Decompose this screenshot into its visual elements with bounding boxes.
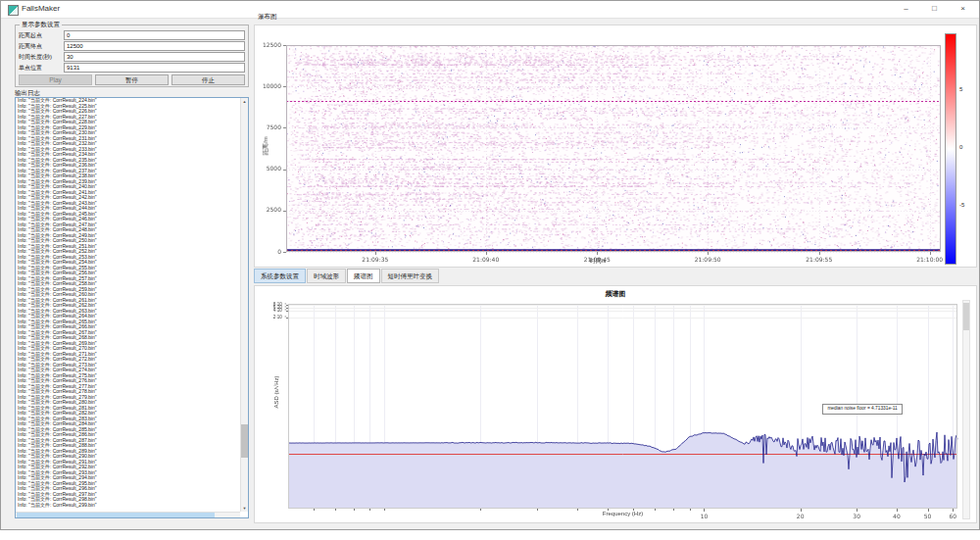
waterfall-x-axis-label: 时间/s (259, 257, 937, 266)
field-row-time-length: 时间长度(秒) (19, 52, 245, 62)
tab-system-param-settings[interactable]: 系统参数设置 (254, 269, 306, 283)
waterfall-caption: 瀑布图 (258, 13, 277, 22)
point-position-label: 单点位置 (19, 64, 64, 73)
log-list[interactable]: Info: "当前文件: CorrResult_224.bin"Info: "当… (15, 97, 249, 518)
minimize-button[interactable]: – (892, 1, 920, 18)
field-row-distance-start: 距离起点 (19, 30, 245, 40)
noise-floor-annotation: median noise floor = 4.71331e-11 (822, 404, 903, 415)
transport-buttons: Play 暂停 停止 (19, 74, 245, 85)
distance-end-label: 距离终点 (19, 42, 64, 51)
scroll-up-icon[interactable]: ▲ (241, 98, 248, 105)
window-controls: – □ × (892, 1, 977, 18)
colorbar-gradient (945, 33, 956, 265)
close-button[interactable]: × (949, 1, 977, 18)
spectrum-title: 频谱图 (255, 289, 976, 299)
settings-fields: 距离起点 距离终点 时间长度(秒) 单点位置 (19, 30, 245, 74)
play-button[interactable]: Play (19, 74, 92, 85)
waterfall-plot-canvas (259, 27, 945, 267)
tab-stft[interactable]: 短时傅里叶变换 (381, 269, 440, 283)
log-horizontal-scrollbar[interactable] (16, 512, 240, 517)
field-row-distance-end: 距离终点 (19, 41, 245, 51)
point-position-input[interactable] (64, 63, 245, 73)
colorbar: 5 0 -5 (945, 33, 976, 265)
distance-end-input[interactable] (64, 41, 245, 51)
tab-spectrum[interactable]: 频谱图 (347, 269, 380, 283)
pause-button[interactable]: 暂停 (95, 74, 169, 85)
tab-strip: 系统参数设置 时域波形 频谱图 短时傅里叶变换 (254, 269, 439, 285)
log-entries: Info: "当前文件: CorrResult_224.bin"Info: "当… (16, 98, 240, 512)
spectrum-scrollbar[interactable] (962, 300, 970, 519)
field-row-point-position: 单点位置 (19, 63, 245, 73)
log-entry[interactable]: Info: "当前文件: CorrResult_299.bin" (16, 503, 240, 509)
app-icon (8, 5, 19, 16)
maximize-button[interactable]: □ (920, 1, 949, 18)
stop-button[interactable]: 停止 (172, 74, 245, 85)
waterfall-y-axis-label: 距离/m (262, 137, 270, 156)
distance-start-label: 距离起点 (19, 31, 64, 40)
distance-start-input[interactable] (64, 30, 245, 40)
tab-time-domain-waveform[interactable]: 时域波形 (307, 269, 346, 283)
colorbar-tick-label: 5 (959, 86, 962, 92)
colorbar-tick-label: -5 (959, 202, 964, 208)
left-panel: 显示参数设置 距离起点 距离终点 时间长度(秒) 单点位置 (13, 23, 251, 522)
colorbar-tick-label: 0 (959, 144, 962, 150)
spectrum-ytick-label: 2·10⁻⁴ (259, 315, 286, 320)
spectrum-ytick-label: 4·10⁻⁴ (259, 308, 286, 314)
spectrum-x-axis-label: Frequency (Hz) (288, 511, 957, 516)
scroll-down-icon[interactable]: ▼ (241, 505, 248, 512)
time-length-input[interactable] (64, 52, 245, 62)
time-length-label: 时间长度(秒) (19, 53, 64, 62)
display-settings-group: 显示参数设置 距离起点 距离终点 时间长度(秒) 单点位置 (15, 25, 249, 87)
log-hscroll-thumb[interactable] (17, 513, 215, 517)
display-settings-title: 显示参数设置 (20, 21, 62, 29)
spectrum-y-axis-label: ASD (ε/√Hz) (273, 376, 279, 409)
app-window: FallsMaker – □ × 显示参数设置 距离起点 距离终点 时间长度(秒… (0, 0, 980, 530)
spectrum-scroll-thumb[interactable] (963, 303, 969, 330)
log-vertical-scrollbar[interactable]: ▲ ▼ (240, 98, 248, 512)
spectrum-card: 频谱图 ASD (ε/√Hz) Frequency (Hz) median no… (254, 285, 977, 523)
window-title: FallsMaker (22, 4, 60, 13)
waterfall-card: 距离/m 时间/s 5 0 -5 (254, 25, 977, 268)
title-bar: FallsMaker – □ × (1, 1, 979, 19)
log-scroll-thumb[interactable] (241, 424, 248, 458)
